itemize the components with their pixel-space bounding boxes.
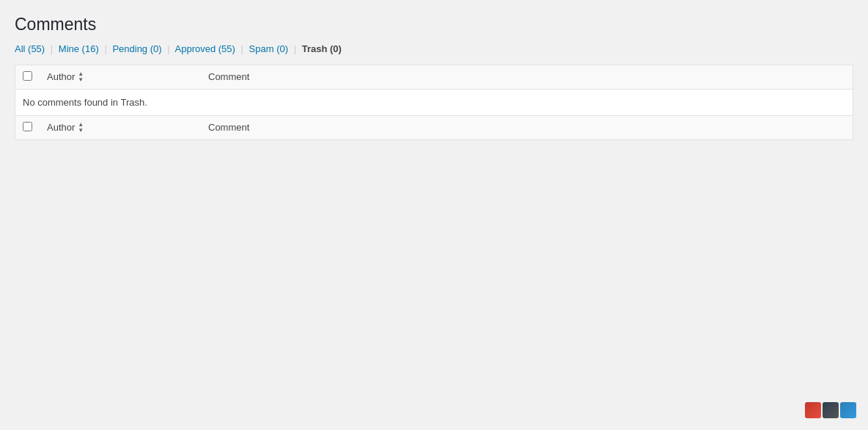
footer-comment-label: Comment [208, 122, 249, 133]
header-author-cell: Author ▲ ▼ [40, 65, 201, 89]
no-comments-message: No comments found in Trash. [15, 89, 853, 115]
filter-mine[interactable]: Mine (16) [59, 43, 99, 54]
header-checkbox-cell [15, 65, 40, 89]
footer-sort-down-arrow: ▼ [78, 128, 84, 134]
page-title: Comments [15, 15, 853, 34]
footer-sort-arrows-icon: ▲ ▼ [78, 122, 84, 134]
no-comments-row: No comments found in Trash. [15, 89, 853, 115]
corner-icons [805, 402, 856, 418]
filter-spam[interactable]: Spam (0) [249, 43, 288, 54]
comments-table: Author ▲ ▼ Comment No comments found in … [15, 65, 853, 140]
footer-row: Author ▲ ▼ Comment [15, 115, 853, 139]
footer-select-all-checkbox[interactable] [23, 122, 32, 131]
sort-arrows-icon: ▲ ▼ [78, 71, 84, 83]
corner-icon-red [805, 402, 821, 418]
corner-icon-blue [840, 402, 856, 418]
header-row: Author ▲ ▼ Comment [15, 65, 853, 89]
table-header: Author ▲ ▼ Comment [15, 65, 853, 89]
footer-author-cell: Author ▲ ▼ [40, 115, 201, 139]
page-content: Comments All (55) | Mine (16) | Pending … [0, 0, 868, 140]
table-body: No comments found in Trash. [15, 89, 853, 115]
corner-icon-dark [823, 402, 839, 418]
filter-trash-current: Trash (0) [302, 43, 342, 54]
comment-header-label: Comment [208, 71, 249, 82]
separator-1: | [51, 43, 53, 54]
filter-pending[interactable]: Pending (0) [112, 43, 161, 54]
sort-down-arrow: ▼ [78, 77, 84, 83]
separator-4: | [241, 43, 243, 54]
author-sort-control[interactable]: Author ▲ ▼ [47, 71, 194, 83]
footer-author-label: Author [47, 122, 75, 133]
footer-author-sort-control[interactable]: Author ▲ ▼ [47, 122, 194, 134]
separator-5: | [294, 43, 296, 54]
filter-all[interactable]: All (55) [15, 43, 45, 54]
filter-approved[interactable]: Approved (55) [175, 43, 235, 54]
select-all-checkbox[interactable] [23, 71, 32, 81]
filter-links: All (55) | Mine (16) | Pending (0) | App… [15, 42, 853, 57]
footer-comment-cell: Comment [201, 115, 853, 139]
footer-checkbox-cell [15, 115, 40, 139]
separator-2: | [104, 43, 106, 54]
author-header-label: Author [47, 71, 75, 82]
separator-3: | [167, 43, 169, 54]
header-comment-cell: Comment [201, 65, 853, 89]
table-footer: Author ▲ ▼ Comment [15, 115, 853, 139]
